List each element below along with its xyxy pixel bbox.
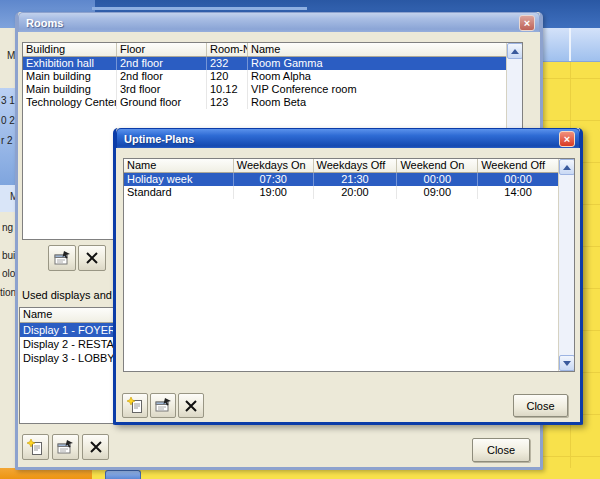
cell-weekend-on: 00:00 [397, 173, 478, 186]
uptime-plans-table: Name Weekdays On Weekdays Off Weekend On… [123, 158, 575, 372]
plan-new-button[interactable] [122, 393, 148, 418]
cell-floor: 2nd floor [117, 57, 207, 70]
uptime-close-button[interactable]: Close [513, 394, 568, 417]
column-header-name[interactable]: Name [124, 159, 234, 172]
cell-name: VIP Conference room [248, 83, 506, 96]
cell-building: Exhibition hall [23, 57, 117, 70]
background-toolbar-band [540, 28, 600, 62]
close-icon[interactable]: × [559, 131, 575, 147]
cell-room-no: 123 [207, 96, 248, 109]
cell-weekdays-on: 19:00 [234, 186, 314, 199]
cell-room-no: 120 [207, 70, 248, 83]
column-header-building[interactable]: Building [23, 43, 117, 56]
rooms-title: Rooms [26, 17, 63, 29]
new-item-icon [27, 439, 44, 456]
display-delete-button[interactable] [82, 434, 109, 460]
cell-weekdays-off: 20:00 [314, 186, 398, 199]
cell-name: Room Beta [248, 96, 506, 109]
toolbar-separator [569, 28, 571, 61]
background-text-fragment: buil [2, 250, 16, 261]
cell-building: Technology Center [23, 96, 117, 109]
cell-weekdays-on: 07:30 [234, 173, 314, 186]
cell-weekdays-off: 21:30 [314, 173, 398, 186]
column-header-weekend-on[interactable]: Weekend On [397, 159, 478, 172]
column-header-weekend-off[interactable]: Weekend Off [478, 159, 558, 172]
room-delete-button[interactable] [78, 245, 106, 271]
delete-icon [85, 251, 99, 265]
cell-floor: Ground floor [117, 96, 207, 109]
background-text-fragment: r 2 [1, 135, 13, 146]
cell-weekend-on: 09:00 [397, 186, 478, 199]
table-row[interactable]: Main building 3rd floor 10.12 VIP Confer… [23, 83, 506, 96]
cell-weekend-off: 00:00 [478, 173, 558, 186]
background-text-fragment: olo [2, 268, 15, 279]
properties-icon [57, 440, 74, 455]
room-properties-button[interactable] [48, 245, 76, 271]
cell-plan-name: Standard [124, 186, 234, 199]
cell-building: Main building [23, 70, 117, 83]
plan-properties-button[interactable] [150, 393, 176, 418]
uptime-table-header: Name Weekdays On Weekdays Off Weekend On… [124, 159, 558, 173]
rooms-table-header: Building Floor Room-No. Name [23, 43, 506, 57]
display-new-button[interactable] [22, 434, 49, 460]
properties-icon [54, 251, 71, 266]
cell-plan-name: Holiday week [124, 173, 234, 186]
cell-room-no: 10.12 [207, 83, 248, 96]
cell-building: Main building [23, 83, 117, 96]
grid-line [540, 78, 600, 79]
background-text-fragment: ng [2, 222, 13, 233]
column-header-weekdays-on[interactable]: Weekdays On [234, 159, 314, 172]
cell-name: Room Alpha [248, 70, 506, 83]
background-text-fragment: 3 1 [1, 95, 15, 106]
scroll-up-icon[interactable] [507, 43, 523, 59]
cell-floor: 2nd floor [117, 70, 207, 83]
background-window-edge-line [92, 7, 307, 10]
table-row[interactable]: Exhibition hall 2nd floor 232 Room Gamma [23, 57, 506, 70]
grid-line [540, 120, 600, 121]
delete-icon [89, 440, 103, 454]
cell-room-no: 232 [207, 57, 248, 70]
scroll-up-icon[interactable] [559, 159, 575, 175]
scroll-down-icon[interactable] [559, 355, 575, 371]
close-icon[interactable]: × [519, 15, 535, 31]
uptime-titlebar: Uptime-Plans × [116, 128, 580, 148]
background-window-sliver: M 3 1 0 2 r 2 M ng buil olo tion [0, 28, 16, 468]
cell-weekend-off: 14:00 [478, 186, 558, 199]
background-text-fragment: tion [0, 287, 16, 298]
column-header-name[interactable]: Name [248, 43, 506, 56]
rooms-titlebar: Rooms × [18, 12, 540, 32]
uptime-plans-dialog: Uptime-Plans × Name Weekdays On Weekdays… [113, 128, 583, 425]
table-row[interactable]: Main building 2nd floor 120 Room Alpha [23, 70, 506, 83]
column-header-floor[interactable]: Floor [117, 43, 207, 56]
plan-delete-button[interactable] [178, 393, 204, 418]
display-properties-button[interactable] [52, 434, 79, 460]
taskbar-button-fragment[interactable] [105, 470, 141, 479]
grid-line [540, 456, 600, 457]
table-row[interactable]: Standard 19:00 20:00 09:00 14:00 [124, 186, 558, 199]
new-item-icon [127, 397, 144, 414]
column-header-weekdays-off[interactable]: Weekdays Off [314, 159, 398, 172]
uptime-title: Uptime-Plans [124, 133, 194, 145]
cell-name: Room Gamma [248, 57, 506, 70]
table-row[interactable]: Holiday week 07:30 21:30 00:00 00:00 [124, 173, 558, 186]
delete-icon [184, 399, 198, 413]
background-text-fragment: 0 2 [1, 115, 15, 126]
table-row[interactable]: Technology Center Ground floor 123 Room … [23, 96, 506, 109]
properties-icon [155, 398, 172, 413]
cell-floor: 3rd floor [117, 83, 207, 96]
rooms-close-button[interactable]: Close [472, 438, 530, 462]
desktop: M 3 1 0 2 r 2 M ng buil olo tion Rooms ×… [0, 0, 600, 479]
vertical-scrollbar[interactable] [558, 159, 574, 371]
column-header-room-no[interactable]: Room-No. [207, 43, 248, 56]
